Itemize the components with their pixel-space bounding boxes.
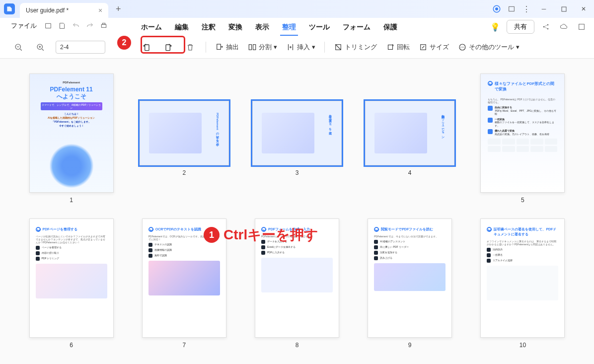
more-tools-button[interactable]: その他のツール▾ bbox=[458, 43, 520, 52]
thumb-5[interactable]: 様々なファイルとPDF形式との間で変換 もちろん、PDFelementは PDF… bbox=[476, 73, 569, 204]
new-tab-button[interactable]: + bbox=[111, 2, 125, 16]
thumb-10[interactable]: 証明書ベースの署名を使用して、PDFドキュメントに署名する オフラインでドキュメ… bbox=[476, 218, 569, 349]
tab-form[interactable]: フォーム bbox=[341, 20, 372, 36]
svg-point-21 bbox=[460, 47, 461, 48]
callout-box-2 bbox=[141, 36, 185, 54]
cloud-icon[interactable] bbox=[557, 20, 570, 33]
chevron-down-icon: ▾ bbox=[516, 43, 520, 51]
tab-home[interactable]: ホーム bbox=[139, 20, 164, 36]
kebab-menu-icon[interactable]: ⋮ bbox=[521, 4, 531, 14]
window-icon[interactable] bbox=[507, 4, 517, 14]
thumbnails-grid: PDFelement PDFelement 11 へようこそ スマートで、シンプ… bbox=[0, 59, 594, 364]
thumb-1[interactable]: PDFelement PDFelement 11 へようこそ スマートで、シンプ… bbox=[25, 73, 118, 204]
svg-rect-2 bbox=[509, 6, 515, 11]
app-logo-icon bbox=[4, 3, 15, 14]
zoom-in-button[interactable] bbox=[34, 41, 47, 54]
tab-filename: User guide.pdf * bbox=[26, 7, 69, 14]
svg-point-1 bbox=[495, 7, 498, 10]
close-window-button[interactable]: ✕ bbox=[576, 1, 591, 16]
thumb-2[interactable]: PDFelementの使い方を学ぶ 2 bbox=[138, 73, 230, 204]
callout-1: 1 Ctrlキーを押す bbox=[204, 225, 318, 244]
undo-icon[interactable] bbox=[70, 19, 82, 32]
insert-button[interactable]: 挿入▾ bbox=[286, 43, 315, 52]
callout-badge-1: 1 bbox=[204, 227, 220, 243]
document-tab[interactable]: User guide.pdf * × bbox=[20, 3, 108, 18]
minimize-button[interactable]: ─ bbox=[536, 1, 551, 16]
zoom-out-button[interactable] bbox=[12, 41, 25, 54]
thumb-3[interactable]: 様々な方法でPDFを作成 3 bbox=[250, 73, 343, 204]
thumb-9[interactable]: 閲覧モードでPDFファイルを読む PDFelement では、今までにない方法で… bbox=[364, 218, 456, 349]
svg-rect-16 bbox=[253, 44, 256, 50]
svg-rect-3 bbox=[562, 7, 566, 11]
rotate-button[interactable]: 回転 bbox=[386, 43, 410, 52]
tab-edit[interactable]: 編集 bbox=[173, 20, 191, 36]
chevron-down-icon: ▾ bbox=[274, 43, 277, 51]
share-button[interactable]: 共有 bbox=[507, 20, 534, 34]
tab-view[interactable]: 表示 bbox=[253, 20, 271, 36]
bulb-icon[interactable]: 💡 bbox=[489, 20, 502, 33]
chevron-down-icon: ▾ bbox=[312, 43, 315, 51]
account-icon[interactable] bbox=[492, 4, 502, 14]
open-icon[interactable] bbox=[42, 19, 55, 32]
svg-rect-4 bbox=[101, 24, 106, 27]
callout-text-1: Ctrlキーを押す bbox=[223, 225, 318, 244]
thumb-4[interactable]: 効率的なソリューション 4 bbox=[364, 73, 456, 204]
page-range-input[interactable] bbox=[56, 41, 105, 54]
delete-page-button[interactable] bbox=[184, 41, 197, 54]
tab-convert[interactable]: 変換 bbox=[226, 20, 244, 36]
svg-point-7 bbox=[547, 24, 549, 26]
thumb-6[interactable]: PDFページを整理する ページが乱雑で読みにくいですか？ファイルが大きすぎて共有… bbox=[25, 218, 118, 349]
save-icon[interactable] bbox=[56, 19, 69, 32]
tab-annotate[interactable]: 注釈 bbox=[200, 20, 218, 36]
trim-button[interactable]: トリミング bbox=[334, 43, 377, 52]
svg-rect-15 bbox=[249, 44, 251, 50]
share-network-icon[interactable] bbox=[539, 20, 552, 33]
file-menu[interactable]: ファイル bbox=[7, 19, 41, 32]
extract-button[interactable]: 抽出 bbox=[215, 43, 239, 52]
maximize-button[interactable] bbox=[556, 1, 571, 16]
svg-point-6 bbox=[543, 26, 545, 28]
close-tab-icon[interactable]: × bbox=[98, 6, 102, 14]
redo-icon[interactable] bbox=[83, 19, 96, 32]
svg-rect-18 bbox=[388, 45, 393, 49]
svg-point-22 bbox=[462, 47, 463, 48]
toolbar: 抽出 分割▾ 挿入▾ トリミング 回転 サイズ その他のツール▾ bbox=[0, 36, 594, 59]
svg-rect-5 bbox=[102, 23, 105, 25]
tab-tool[interactable]: ツール bbox=[307, 20, 332, 36]
tab-organize[interactable]: 整理 bbox=[280, 20, 298, 36]
titlebar: User guide.pdf * × + ⋮ ─ ✕ bbox=[0, 0, 594, 18]
split-button[interactable]: 分割▾ bbox=[248, 43, 277, 52]
size-button[interactable]: サイズ bbox=[419, 43, 449, 52]
svg-rect-14 bbox=[217, 44, 221, 50]
print-icon[interactable] bbox=[97, 19, 110, 32]
svg-point-23 bbox=[463, 47, 464, 48]
callout-badge-2: 2 bbox=[117, 36, 131, 50]
expand-icon[interactable] bbox=[575, 20, 588, 33]
svg-rect-9 bbox=[579, 24, 585, 30]
svg-point-8 bbox=[547, 28, 549, 30]
ribbon-tabs: ホーム 編集 注釈 変換 表示 整理 ツール フォーム 保護 bbox=[139, 20, 399, 36]
tab-protect[interactable]: 保護 bbox=[381, 20, 399, 36]
